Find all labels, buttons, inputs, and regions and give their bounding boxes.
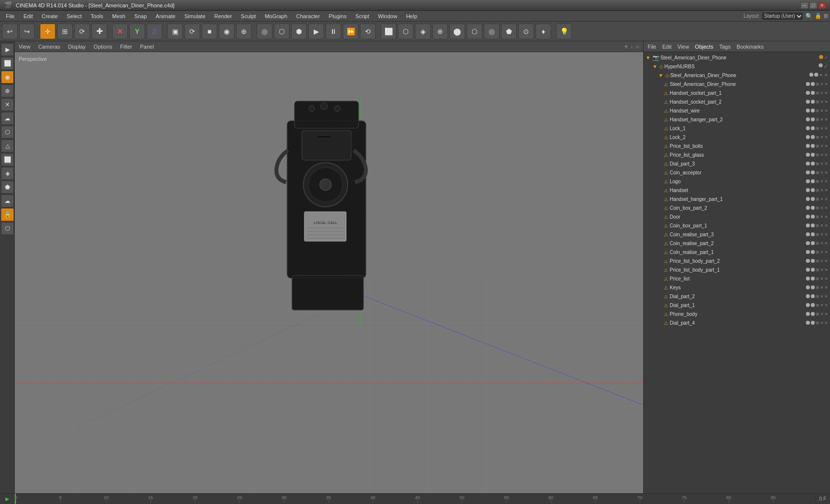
left-tool-4[interactable]: ⊕ xyxy=(1,84,14,97)
menu-select[interactable]: Select xyxy=(63,12,86,20)
render-region-button[interactable]: ⟳ xyxy=(184,24,200,39)
tool6-button[interactable]: ⏩ xyxy=(343,24,358,39)
viewport-control-plus[interactable]: + xyxy=(624,43,628,50)
tool7-button[interactable]: ⟲ xyxy=(360,24,376,39)
tree-item-coin-box-part-1[interactable]: △ Coin_box_part_1 ⊞ ✕ ✕ xyxy=(644,221,830,230)
menu-character[interactable]: Character xyxy=(292,12,324,20)
tree-item-lock-2[interactable]: △ Lock_2 ⊞ ✕ ✕ xyxy=(644,133,830,141)
move-tool-button[interactable]: ✛ xyxy=(40,24,56,39)
tree-item-coin-realise-part-1[interactable]: △ Coin_realise_part_1 ⊞ ✕ ✕ xyxy=(644,248,830,256)
left-tool-6[interactable]: ☁ xyxy=(1,112,14,125)
menu-mograph[interactable]: MoGraph xyxy=(261,12,291,20)
viewport-menu-display[interactable]: Display xyxy=(68,44,86,50)
close-button[interactable]: ✕ xyxy=(818,2,826,9)
layout-selector[interactable]: Startup (User) xyxy=(762,12,803,21)
obj-menu-tags[interactable]: Tags xyxy=(719,44,731,50)
menu-mesh[interactable]: Mesh xyxy=(108,12,129,20)
light-button[interactable]: 💡 xyxy=(556,24,572,39)
tool1-button[interactable]: ◎ xyxy=(257,24,272,39)
viewport-menu-options[interactable]: Options xyxy=(93,44,112,50)
tree-item-lock-1[interactable]: △ Lock_1 ⊞ ✕ ✕ xyxy=(644,124,830,133)
left-tool-12[interactable]: ☁ xyxy=(1,195,14,207)
viewport-control-minus[interactable]: - xyxy=(631,43,633,50)
menu-sculpt[interactable]: Sculpt xyxy=(237,12,260,20)
tool11-button[interactable]: ⊕ xyxy=(432,24,448,39)
tree-item-handset-wire[interactable]: △ Handset_wire ⊞ ✕ ✕ xyxy=(644,106,830,115)
tool3-button[interactable]: ⬢ xyxy=(291,24,307,39)
tool13-button[interactable]: ⬡ xyxy=(467,24,482,39)
menu-file[interactable]: File xyxy=(2,12,19,20)
left-tool-1[interactable]: ▶ xyxy=(1,43,14,56)
menu-create[interactable]: Create xyxy=(38,12,62,20)
left-tool-lock[interactable]: 🔒 xyxy=(1,208,14,221)
tool4-button[interactable]: ▶ xyxy=(308,24,324,39)
left-tool-10[interactable]: ◈ xyxy=(1,167,14,180)
tree-item-handset-hanger-part-1[interactable]: △ Handset_hanger_part_1 ⊞ ✕ ✕ xyxy=(644,195,830,203)
tree-item-phone-body[interactable]: △ Phone_body ⊞ ✕ ✕ xyxy=(644,309,830,318)
maximize-button[interactable]: □ xyxy=(809,2,817,9)
select-x-button[interactable]: ✕ xyxy=(112,24,128,39)
obj-menu-view[interactable]: View xyxy=(678,44,689,50)
menu-snap[interactable]: Snap xyxy=(130,12,151,20)
menu-tools[interactable]: Tools xyxy=(87,12,107,20)
tree-item-hypernurbs[interactable]: ▼ ◇ HyperNURBS ✓ xyxy=(644,62,830,71)
tool10-button[interactable]: ◈ xyxy=(415,24,431,39)
tree-item-root[interactable]: ▼ 📷 Steel_American_Diner_Phone ✓ xyxy=(644,53,830,62)
tree-item-dial-part-3[interactable]: △ Dial_part_3 ⊞ ✕ ✕ xyxy=(644,159,830,168)
tool14-button[interactable]: ◎ xyxy=(484,24,500,39)
menu-render[interactable]: Render xyxy=(210,12,236,20)
rotate-tool-button[interactable]: ⟳ xyxy=(74,24,90,39)
tree-item-price-list-body-part-2[interactable]: △ Price_list_body_part_2 ⊞ ✕ ✕ xyxy=(644,256,830,265)
create-object-button[interactable]: ✚ xyxy=(91,24,107,39)
menu-edit[interactable]: Edit xyxy=(20,12,37,20)
animate-button[interactable]: ◉ xyxy=(219,24,235,39)
scale-tool-button[interactable]: ⊞ xyxy=(57,24,73,39)
tree-item-price-list-body-part-1[interactable]: △ Price_list_body_part_1 ⊞ ✕ ✕ xyxy=(644,265,830,274)
viewport-control-circle[interactable]: ○ xyxy=(636,43,639,50)
tree-item-handset-hanger-part-2[interactable]: △ Handset_hanger_part_2 ⊞ ✕ ✕ xyxy=(644,115,830,124)
menu-help[interactable]: Help xyxy=(402,12,421,20)
left-tool-8[interactable]: △ xyxy=(1,140,14,152)
tree-item-handset-socket-part-1[interactable]: △ Handset_socket_part_1 ⊞ ✕ ✕ xyxy=(644,88,830,97)
viewport-canvas[interactable]: LOCAL CALL xyxy=(15,52,643,493)
tree-item-price-list-glass[interactable]: △ Price_list_glass ⊞ ✕ ✕ xyxy=(644,150,830,159)
left-tool-9[interactable]: ⬜ xyxy=(1,153,14,166)
menu-plugins[interactable]: Plugins xyxy=(325,12,351,20)
tool15-button[interactable]: ⬟ xyxy=(501,24,517,39)
tool8-button[interactable]: ⬜ xyxy=(381,24,396,39)
minimize-button[interactable]: ─ xyxy=(800,2,808,9)
left-tool-11[interactable]: ⬟ xyxy=(1,181,14,194)
timeline-ruler[interactable]: 051015202530354045505560657075808590 xyxy=(15,494,815,504)
frame-button[interactable]: ▣ xyxy=(167,24,183,39)
panel-icon[interactable]: ⊞ xyxy=(824,13,828,19)
lock-icon[interactable]: 🔒 xyxy=(815,13,822,19)
tree-item-dial-part-2[interactable]: △ Dial_part_2 ⊞ ✕ ✕ xyxy=(644,292,830,301)
menu-window[interactable]: Window xyxy=(374,12,401,20)
tree-item-coin-acceptor[interactable]: △ Coin_acceptor ⊞ ✕ ✕ xyxy=(644,168,830,177)
z-axis-button[interactable]: Z xyxy=(147,24,162,39)
obj-menu-file[interactable]: File xyxy=(648,44,656,50)
playback-button[interactable]: ⊕ xyxy=(236,24,252,39)
tool9-button[interactable]: ⬡ xyxy=(398,24,414,39)
viewport-menu-view[interactable]: View xyxy=(19,44,30,50)
search-icon[interactable]: 🔍 xyxy=(805,13,813,20)
left-tool-hex[interactable]: ⬡ xyxy=(1,222,14,235)
menu-animate[interactable]: Animate xyxy=(152,12,179,20)
left-tool-5[interactable]: ✕ xyxy=(1,98,14,111)
viewport-menu-cameras[interactable]: Cameras xyxy=(38,44,60,50)
tree-item-door[interactable]: △ Door ⊞ ✕ ✕ xyxy=(644,212,830,221)
obj-menu-edit[interactable]: Edit xyxy=(662,44,672,50)
left-tool-7[interactable]: ⬡ xyxy=(1,126,14,139)
obj-menu-objects[interactable]: Objects xyxy=(695,44,713,50)
tool16-button[interactable]: ⊙ xyxy=(518,24,534,39)
viewport-menu-filter[interactable]: Filter xyxy=(120,44,132,50)
menu-simulate[interactable]: Simulate xyxy=(180,12,209,20)
tree-item-price-list-bolts[interactable]: △ Price_list_bolts ⊞ ✕ ✕ xyxy=(644,141,830,150)
y-axis-button[interactable]: Y xyxy=(129,24,145,39)
tree-item-keys[interactable]: △ Keys ⊞ ✕ ✕ xyxy=(644,283,830,292)
left-tool-3[interactable]: ◉ xyxy=(1,71,14,84)
tree-item-coin-box-part-2[interactable]: △ Coin_box_part_2 ⊞ ✕ ✕ xyxy=(644,203,830,212)
tree-item-diner-phone[interactable]: ▼ ◇ Steel_American_Diner_Phone ✕✕ xyxy=(644,71,830,80)
tree-item-logo[interactable]: △ Logo ⊞ ✕ ✕ xyxy=(644,177,830,186)
tree-item-price-list[interactable]: △ Price_list ⊞ ✕ ✕ xyxy=(644,274,830,283)
